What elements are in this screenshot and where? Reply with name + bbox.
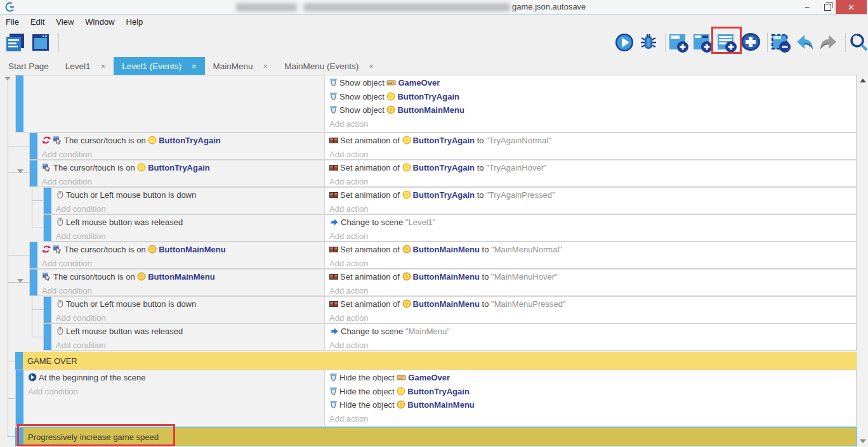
fold-arrow-icon[interactable] — [4, 77, 11, 81]
add-action-link[interactable]: Add action — [329, 257, 856, 269]
event-row[interactable]: The cursor/touch is on ButtonTryAgainAdd… — [29, 160, 857, 187]
delete-event-button[interactable] — [770, 32, 792, 53]
menu-edit[interactable]: Edit — [25, 17, 50, 27]
event-row[interactable]: Left mouse button was releasedAdd condit… — [43, 214, 857, 242]
tab-level1-events-[interactable]: Level1 (Events)× — [114, 57, 204, 75]
add-action-link[interactable]: Add action — [329, 202, 856, 214]
actions-cell[interactable]: Set animation of ButtonMainMenu to "Main… — [324, 269, 856, 295]
tab-close-icon[interactable]: × — [263, 62, 268, 71]
close-button[interactable]: ✕ — [836, 0, 867, 14]
condition-line[interactable]: Left mouse button was released — [56, 216, 324, 230]
add-condition-link[interactable]: Add condition — [42, 257, 324, 269]
event-row[interactable]: Touch or Left mouse button is downAdd co… — [43, 187, 857, 214]
add-plus-button[interactable] — [740, 32, 762, 53]
tab-close-icon[interactable]: × — [101, 62, 106, 71]
fold-arrow-icon[interactable] — [17, 169, 23, 173]
action-line[interactable]: Change to scene "MainMenu" — [329, 325, 856, 339]
conditions-cell[interactable]: Touch or Left mouse button is downAdd co… — [51, 297, 324, 323]
condition-line[interactable]: The cursor/touch is on ButtonMainMenu — [42, 243, 324, 257]
add-action-link[interactable]: Add action — [329, 230, 856, 242]
conditions-cell[interactable]: The cursor/touch is on ButtonTryAgainAdd… — [37, 133, 324, 159]
add-action-link[interactable]: Add action — [329, 311, 856, 323]
conditions-cell[interactable]: Left mouse button was releasedAdd condit… — [51, 324, 324, 350]
actions-cell[interactable]: Set animation of ButtonTryAgain to "TryA… — [324, 160, 856, 186]
menu-view[interactable]: View — [50, 17, 79, 27]
add-condition-link[interactable]: Add condition — [42, 284, 324, 296]
actions-cell[interactable]: Hide the object GameOverHide the object … — [324, 370, 856, 426]
event-row[interactable]: At the beginning of the sceneAdd conditi… — [15, 370, 857, 427]
actions-cell[interactable]: Show object GameOverShow object ButtonTr… — [324, 75, 856, 132]
action-line[interactable]: Show object ButtonTryAgain — [329, 90, 856, 104]
condition-line[interactable]: The cursor/touch is on ButtonTryAgain — [42, 134, 324, 148]
action-line[interactable]: Set animation of ButtonMainMenu to "Main… — [329, 297, 856, 311]
actions-cell[interactable]: Set animation of ButtonTryAgain to "TryA… — [324, 133, 856, 159]
condition-line[interactable]: The cursor/touch is on ButtonTryAgain — [42, 161, 324, 175]
conditions-cell[interactable]: At the beginning of the sceneAdd conditi… — [23, 370, 324, 426]
add-action-link[interactable]: Add action — [329, 339, 856, 351]
condition-line[interactable]: Touch or Left mouse button is down — [56, 297, 324, 311]
condition-line[interactable]: Left mouse button was released — [56, 325, 324, 339]
action-line[interactable]: Hide the object ButtonMainMenu — [329, 398, 856, 412]
action-line[interactable]: Set animation of ButtonTryAgain to "TryA… — [329, 161, 856, 175]
tab-close-icon[interactable]: × — [192, 62, 197, 71]
play-button[interactable] — [614, 32, 636, 53]
undo-button[interactable] — [794, 32, 816, 53]
add-action-link[interactable]: Add action — [329, 148, 856, 160]
condition-line[interactable]: Touch or Left mouse button is down — [56, 188, 324, 202]
conditions-cell[interactable]: Touch or Left mouse button is downAdd co… — [51, 188, 324, 214]
condition-line[interactable]: At the beginning of the scene — [28, 371, 324, 385]
comment-row[interactable]: Progressively increase game speed — [15, 427, 857, 446]
add-action-link[interactable]: Add action — [329, 117, 856, 131]
tab-start-page[interactable]: Start Page — [0, 57, 57, 75]
add-condition-link[interactable]: Add condition — [28, 385, 324, 399]
add-subevent-button[interactable] — [692, 32, 714, 53]
conditions-cell[interactable]: The cursor/touch is on ButtonTryAgainAdd… — [37, 160, 324, 186]
add-action-link[interactable]: Add action — [329, 412, 856, 426]
conditions-cell[interactable] — [23, 75, 324, 132]
event-row[interactable]: Touch or Left mouse button is downAdd co… — [43, 296, 857, 323]
action-line[interactable]: Hide the object GameOver — [329, 371, 856, 385]
add-condition-link[interactable]: Add condition — [42, 175, 324, 187]
action-line[interactable]: Show object ButtonMainMenu — [329, 103, 856, 117]
open-project-button[interactable] — [5, 32, 27, 53]
tab-level1[interactable]: Level1× — [57, 57, 114, 75]
event-row[interactable]: The cursor/touch is on ButtonMainMenuAdd… — [29, 269, 857, 296]
event-row[interactable]: Show object GameOverShow object ButtonTr… — [15, 75, 857, 133]
add-condition-link[interactable]: Add condition — [56, 311, 324, 323]
add-event-button[interactable] — [668, 32, 690, 53]
tab-mainmenu-events-[interactable]: MainMenu (Events)× — [276, 57, 382, 75]
minimize-button[interactable]: – — [798, 0, 816, 14]
vertical-scrollbar[interactable] — [857, 75, 868, 447]
project-manager-button[interactable] — [30, 32, 52, 53]
event-row[interactable]: The cursor/touch is on ButtonMainMenuAdd… — [29, 242, 857, 269]
action-line[interactable]: Change to scene "Level1" — [329, 216, 856, 230]
actions-cell[interactable]: Set animation of ButtonMainMenu to "Main… — [324, 242, 856, 268]
add-comment-button[interactable] — [716, 32, 738, 53]
add-condition-link[interactable]: Add condition — [56, 202, 324, 214]
condition-line[interactable]: The cursor/touch is on ButtonMainMenu — [42, 270, 324, 284]
scroll-up-arrow-icon[interactable] — [860, 79, 866, 82]
restore-button[interactable] — [819, 0, 836, 14]
add-condition-link[interactable]: Add condition — [56, 230, 324, 242]
action-line[interactable]: Set animation of ButtonTryAgain to "TryA… — [329, 134, 856, 148]
add-action-link[interactable]: Add action — [329, 175, 856, 187]
actions-cell[interactable]: Change to scene "Level1"Add action — [324, 215, 856, 241]
action-line[interactable]: Set animation of ButtonMainMenu to "Main… — [329, 243, 856, 257]
actions-cell[interactable]: Set animation of ButtonTryAgain to "TryA… — [324, 188, 856, 214]
action-line[interactable]: Set animation of ButtonMainMenu to "Main… — [329, 270, 856, 284]
action-line[interactable]: Hide the object ButtonTryAgain — [329, 385, 856, 399]
add-condition-link[interactable]: Add condition — [42, 148, 324, 160]
menu-file[interactable]: File — [0, 17, 25, 27]
redo-button[interactable] — [819, 32, 840, 53]
menu-help[interactable]: Help — [121, 17, 149, 27]
debug-button[interactable] — [638, 32, 660, 53]
scroll-down-arrow-icon[interactable] — [860, 439, 866, 443]
menu-window[interactable]: Window — [79, 17, 120, 27]
action-line[interactable]: Show object GameOver — [329, 76, 856, 90]
conditions-cell[interactable]: The cursor/touch is on ButtonMainMenuAdd… — [37, 269, 324, 295]
action-line[interactable]: Set animation of ButtonTryAgain to "TryA… — [329, 188, 856, 202]
actions-cell[interactable]: Set animation of ButtonMainMenu to "Main… — [324, 297, 856, 323]
event-row[interactable]: Left mouse button was releasedAdd condit… — [43, 323, 857, 351]
tab-close-icon[interactable]: × — [369, 62, 374, 71]
fold-arrow-icon[interactable] — [17, 279, 23, 283]
